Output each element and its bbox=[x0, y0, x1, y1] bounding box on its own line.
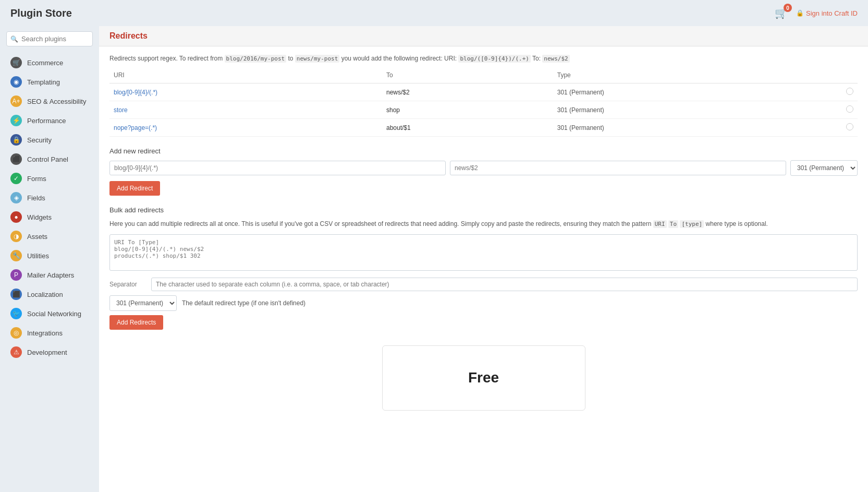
bulk-separator-label: Separator bbox=[109, 281, 146, 288]
sidebar-label-utilities: Utilities bbox=[27, 252, 49, 260]
redirect-type: 301 (Permanent) bbox=[553, 101, 842, 119]
redirect-uri[interactable]: nope?page=(.*) bbox=[109, 119, 382, 137]
cart-badge: 0 bbox=[784, 4, 792, 12]
bulk-type-row: 301 (Permanent) 302 (Temporary) The defa… bbox=[109, 295, 858, 311]
sidebar-icon-social: 🐦 bbox=[10, 308, 22, 319]
sidebar-item-integrations[interactable]: ◎Integrations bbox=[3, 323, 96, 342]
sidebar: 🔍 🛒Ecommerce◉TemplatingA+SEO & Accessibi… bbox=[0, 26, 99, 492]
sidebar-label-widgets: Widgets bbox=[27, 213, 52, 221]
sidebar-item-development[interactable]: ⚠Development bbox=[3, 343, 96, 362]
sign-in-label: Sign into Craft ID bbox=[806, 9, 858, 17]
sidebar-icon-localization: ⬛ bbox=[10, 289, 22, 300]
sidebar-label-fields: Fields bbox=[27, 194, 45, 202]
add-redirect-button[interactable]: Add Redirect bbox=[109, 181, 160, 196]
bulk-type-desc: The default redirect type (if one isn't … bbox=[182, 299, 305, 307]
lock-icon: 🔒 bbox=[796, 9, 804, 17]
sidebar-icon-ecommerce: 🛒 bbox=[10, 57, 22, 68]
sidebar-icon-mailer: P bbox=[10, 269, 22, 281]
redirect-delete-btn[interactable] bbox=[846, 88, 853, 95]
main-layout: 🔍 🛒Ecommerce◉TemplatingA+SEO & Accessibi… bbox=[0, 26, 868, 492]
sidebar-item-localization[interactable]: ⬛Localization bbox=[3, 285, 96, 304]
redirect-to: news/$2 bbox=[382, 83, 553, 101]
add-redirect-uri-input[interactable] bbox=[109, 161, 446, 175]
redirect-to: about/$1 bbox=[382, 119, 553, 137]
add-redirect-title: Add new redirect bbox=[109, 147, 858, 155]
table-row: storeshop301 (Permanent) bbox=[109, 101, 858, 119]
section-title-text: Redirects bbox=[109, 31, 148, 40]
cart-button[interactable]: 🛒 0 bbox=[775, 7, 788, 19]
app-title: Plugin Store bbox=[10, 7, 72, 19]
bulk-type-select[interactable]: 301 (Permanent) 302 (Temporary) bbox=[109, 295, 177, 311]
bulk-separator-input[interactable] bbox=[151, 278, 858, 291]
redirect-action bbox=[842, 119, 858, 137]
sidebar-label-integrations: Integrations bbox=[27, 329, 63, 337]
redirect-delete-btn[interactable] bbox=[846, 105, 853, 113]
redirect-action bbox=[842, 83, 858, 101]
sidebar-icon-integrations: ◎ bbox=[10, 327, 22, 339]
redirect-action bbox=[842, 101, 858, 119]
bulk-add-section: Bulk add redirects Here you can add mult… bbox=[109, 206, 858, 330]
bulk-textarea[interactable] bbox=[109, 234, 858, 271]
sidebar-icon-assets: ◑ bbox=[10, 231, 22, 242]
redirect-type: 301 (Permanent) bbox=[553, 119, 842, 137]
col-header-to: To bbox=[382, 69, 553, 83]
col-header-uri: URI bbox=[109, 69, 382, 83]
sidebar-icon-performance: ⚡ bbox=[10, 115, 22, 126]
sidebar-label-development: Development bbox=[27, 349, 67, 356]
sidebar-icon-security: 🔒 bbox=[10, 134, 22, 146]
redirect-uri[interactable]: store bbox=[109, 101, 382, 119]
sidebar-item-utilities[interactable]: 🔧Utilities bbox=[3, 246, 96, 265]
redirect-delete-btn[interactable] bbox=[846, 123, 853, 130]
sidebar-label-seo: SEO & Accessibility bbox=[27, 98, 86, 105]
free-label: Free bbox=[468, 369, 499, 386]
redirect-table-body: blog/[0-9]{4}/(.*)news/$2301 (Permanent)… bbox=[109, 83, 858, 137]
sidebar-item-social[interactable]: 🐦Social Networking bbox=[3, 304, 96, 323]
redirect-type: 301 (Permanent) bbox=[553, 83, 842, 101]
sidebar-icon-widgets: ● bbox=[10, 211, 22, 223]
col-header-type: Type bbox=[553, 69, 842, 83]
sidebar-item-security[interactable]: 🔒Security bbox=[3, 130, 96, 149]
sidebar-item-forms[interactable]: ✓Forms bbox=[3, 169, 96, 188]
sidebar-item-mailer[interactable]: PMailer Adapters bbox=[3, 266, 96, 284]
col-header-action bbox=[842, 69, 858, 83]
redirect-table: URI To Type blog/[0-9]{4}/(.*)news/$2301… bbox=[109, 69, 858, 137]
sidebar-items: 🛒Ecommerce◉TemplatingA+SEO & Accessibili… bbox=[0, 53, 99, 362]
add-redirect-row: 301 (Permanent) 302 (Temporary) bbox=[109, 160, 858, 176]
section-title: Redirects bbox=[99, 26, 868, 46]
bulk-add-note: Here you can add multiple redirects all … bbox=[109, 219, 858, 229]
sidebar-item-assets[interactable]: ◑Assets bbox=[3, 227, 96, 246]
regex-note: Redirects support regex. To redirect fro… bbox=[109, 55, 858, 62]
sidebar-item-widgets[interactable]: ●Widgets bbox=[3, 208, 96, 226]
sidebar-label-templating: Templating bbox=[27, 78, 60, 86]
sidebar-icon-seo: A+ bbox=[10, 95, 22, 107]
sidebar-item-performance[interactable]: ⚡Performance bbox=[3, 111, 96, 130]
app-header: Plugin Store 🛒 0 🔒 Sign into Craft ID bbox=[0, 0, 868, 26]
bulk-add-title: Bulk add redirects bbox=[109, 206, 858, 214]
redirect-uri[interactable]: blog/[0-9]{4}/(.*) bbox=[109, 83, 382, 101]
sidebar-item-ecommerce[interactable]: 🛒Ecommerce bbox=[3, 53, 96, 72]
sidebar-icon-utilities: 🔧 bbox=[10, 250, 22, 261]
table-row: blog/[0-9]{4}/(.*)news/$2301 (Permanent) bbox=[109, 83, 858, 101]
table-row: nope?page=(.*)about/$1301 (Permanent) bbox=[109, 119, 858, 137]
sidebar-icon-forms: ✓ bbox=[10, 173, 22, 184]
sidebar-icon-templating: ◉ bbox=[10, 76, 22, 88]
bulk-separator-row: Separator bbox=[109, 278, 858, 291]
redirect-to: shop bbox=[382, 101, 553, 119]
sign-in-link[interactable]: 🔒 Sign into Craft ID bbox=[796, 9, 858, 17]
content-area: Redirects Redirects support regex. To re… bbox=[99, 26, 868, 492]
search-input[interactable] bbox=[6, 31, 93, 46]
sidebar-label-ecommerce: Ecommerce bbox=[27, 59, 63, 67]
sidebar-icon-fields: ◈ bbox=[10, 192, 22, 203]
sidebar-label-control: Control Panel bbox=[27, 155, 68, 163]
sidebar-item-fields[interactable]: ◈Fields bbox=[3, 188, 96, 207]
header-actions: 🛒 0 🔒 Sign into Craft ID bbox=[775, 7, 858, 19]
add-redirect-to-input[interactable] bbox=[450, 161, 786, 175]
sidebar-label-localization: Localization bbox=[27, 291, 63, 298]
sidebar-item-templating[interactable]: ◉Templating bbox=[3, 73, 96, 91]
free-card: Free bbox=[382, 345, 585, 411]
sidebar-item-seo[interactable]: A+SEO & Accessibility bbox=[3, 92, 96, 111]
bulk-add-button[interactable]: Add Redirects bbox=[109, 315, 163, 330]
add-redirect-type-select[interactable]: 301 (Permanent) 302 (Temporary) bbox=[790, 160, 858, 176]
sidebar-item-control[interactable]: ⬛Control Panel bbox=[3, 150, 96, 169]
sidebar-label-performance: Performance bbox=[27, 117, 66, 125]
